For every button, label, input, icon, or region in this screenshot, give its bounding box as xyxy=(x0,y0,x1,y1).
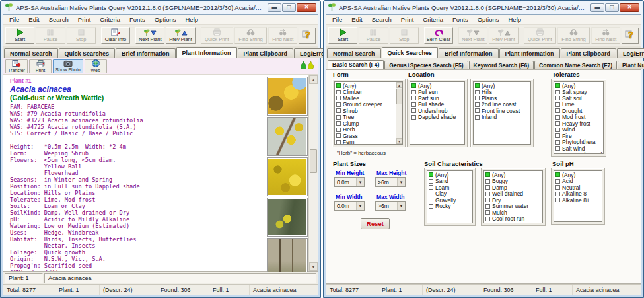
checkbox[interactable] xyxy=(475,115,480,120)
tab[interactable]: Plant Information xyxy=(499,48,560,58)
minimize-button[interactable]: ▬ xyxy=(268,3,281,12)
location-coast-option[interactable]: Front line coast xyxy=(474,108,530,114)
checkbox[interactable] xyxy=(555,90,560,94)
start-button[interactable]: Start xyxy=(328,27,357,44)
menu-item[interactable]: Edit xyxy=(347,16,367,23)
scroll-down-icon[interactable]: ▼ xyxy=(309,262,318,271)
checkbox[interactable] xyxy=(336,133,341,138)
checkbox[interactable] xyxy=(429,204,433,209)
clear-info-button[interactable]: Clear Info xyxy=(101,27,130,44)
menu-item[interactable]: Edit xyxy=(24,16,44,23)
start-button[interactable]: Start xyxy=(5,27,34,44)
checkbox[interactable] xyxy=(411,90,416,94)
checkbox[interactable] xyxy=(555,115,560,120)
checkbox[interactable] xyxy=(485,192,490,196)
tolerates-option[interactable]: (Any) xyxy=(554,83,603,89)
checkbox[interactable] xyxy=(336,115,341,120)
menu-item[interactable]: Print xyxy=(396,16,419,23)
checkbox[interactable] xyxy=(555,198,560,202)
tab[interactable]: Quick Searches xyxy=(59,48,116,58)
menu-item[interactable]: Help xyxy=(503,16,526,23)
help-button[interactable]: ? xyxy=(622,28,639,44)
menu-item[interactable]: Fonts xyxy=(125,16,150,23)
soil-texture-option[interactable]: Loam xyxy=(427,184,472,191)
plant-photo-1[interactable] xyxy=(267,77,308,116)
checkbox[interactable] xyxy=(411,115,416,120)
location-option[interactable]: Full shade xyxy=(410,102,464,108)
show-photo-button[interactable]: Show Photo xyxy=(53,59,83,73)
tab[interactable]: Log/Error Page xyxy=(617,48,644,58)
soil-moisture-option[interactable]: Cool root run xyxy=(484,216,542,223)
checkbox[interactable] xyxy=(485,179,490,184)
vertical-scrollbar[interactable]: ▲ ▼ xyxy=(308,75,318,271)
checkbox[interactable] xyxy=(475,96,480,100)
location-option[interactable]: Undershrub xyxy=(410,108,464,114)
soil-moisture-option[interactable]: Wetland xyxy=(484,222,542,223)
checkbox[interactable] xyxy=(555,140,560,145)
soil-moisture-option[interactable]: Damp xyxy=(484,184,542,191)
checkbox[interactable] xyxy=(555,102,560,107)
close-button[interactable]: ✕ xyxy=(297,3,316,12)
maximize-button[interactable]: ▢ xyxy=(605,3,619,12)
checkbox[interactable] xyxy=(475,90,480,94)
subtab[interactable]: Plant Number Search (F8) xyxy=(618,61,644,69)
scroll-up-icon[interactable]: ▲ xyxy=(309,75,318,84)
checkbox[interactable] xyxy=(485,217,490,221)
checkbox[interactable] xyxy=(555,185,560,190)
form-option[interactable]: Clump xyxy=(335,120,396,127)
location-coast-option[interactable]: Hills xyxy=(474,89,530,96)
soil-ph-option[interactable]: (Any) xyxy=(554,172,602,178)
scrollbar-thumb[interactable] xyxy=(396,89,402,104)
soil-ph-option[interactable]: Alkaline 8+ xyxy=(554,197,602,204)
tolerates-option[interactable]: Mod frost xyxy=(554,114,603,121)
location-coast-option[interactable]: 2nd line coast xyxy=(474,102,530,108)
minimize-button[interactable]: ▬ xyxy=(590,3,604,12)
form-option[interactable]: Herb xyxy=(335,127,396,133)
checkbox[interactable] xyxy=(485,204,490,209)
location-option[interactable]: Part sun xyxy=(410,95,464,102)
tab[interactable]: Quick Searches xyxy=(382,47,439,58)
menu-item[interactable]: Help xyxy=(180,16,203,23)
soil-moisture-option[interactable]: Summer water xyxy=(484,204,542,210)
checkbox[interactable] xyxy=(555,153,560,154)
checkbox[interactable] xyxy=(429,172,433,177)
checkbox[interactable] xyxy=(485,198,490,202)
checkbox[interactable] xyxy=(485,223,490,223)
tab[interactable]: Plant Information xyxy=(176,47,237,58)
checkbox[interactable] xyxy=(555,96,560,100)
location-option[interactable]: (Any) xyxy=(410,83,464,89)
checkbox[interactable] xyxy=(485,172,490,177)
plant-photo-4[interactable] xyxy=(267,198,308,237)
tolerates-option[interactable]: Fire xyxy=(554,133,603,139)
checkbox[interactable] xyxy=(555,128,560,132)
location-coast-option[interactable]: Inland xyxy=(474,114,530,121)
max-width-select[interactable]: >6m▼ xyxy=(375,201,406,211)
transfer-button[interactable]: Transfer xyxy=(5,59,28,73)
checkbox[interactable] xyxy=(336,102,341,107)
menu-item[interactable]: File xyxy=(5,16,24,23)
help-button[interactable]: ? xyxy=(299,28,316,44)
menu-item[interactable]: Search xyxy=(367,16,396,23)
subtab[interactable]: Common Name Search (F7) xyxy=(534,61,617,69)
tolerates-option[interactable]: Salt wind xyxy=(554,145,603,152)
plant-photo-2[interactable] xyxy=(267,117,308,156)
form-option[interactable]: Grass xyxy=(335,133,396,139)
menu-item[interactable]: Print xyxy=(73,16,96,23)
checkbox[interactable] xyxy=(555,108,560,113)
tolerates-option[interactable]: Seasonal waterlog xyxy=(554,152,603,155)
close-button[interactable]: ✕ xyxy=(620,3,639,12)
soil-moisture-option[interactable]: Boggy xyxy=(484,178,542,185)
location-coast-option[interactable]: Plains xyxy=(474,95,530,102)
checkbox[interactable] xyxy=(555,192,560,196)
scroll-up-icon[interactable]: ▲ xyxy=(396,82,402,88)
form-option[interactable]: Climber xyxy=(335,89,396,96)
soil-moisture-option[interactable]: Well drained xyxy=(484,191,542,198)
form-option[interactable]: Shrub xyxy=(335,108,396,114)
soil-moisture-option[interactable]: Mulch xyxy=(484,209,542,216)
soil-texture-option[interactable]: Sand xyxy=(427,178,472,185)
form-listbox-scrollbar[interactable]: ▲▼ xyxy=(396,82,402,144)
menu-item[interactable]: Search xyxy=(44,16,73,23)
checkbox[interactable] xyxy=(411,96,416,100)
checkbox[interactable] xyxy=(336,121,341,126)
checkbox[interactable] xyxy=(555,146,560,151)
